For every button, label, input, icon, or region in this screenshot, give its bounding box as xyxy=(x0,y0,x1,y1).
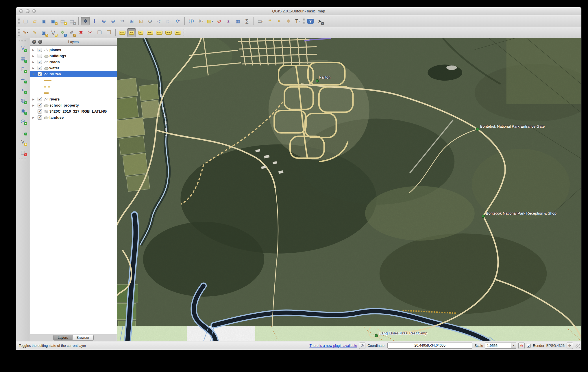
add-feature-icon[interactable]: ⋁✱ xyxy=(49,28,58,37)
cut-features-icon[interactable]: ✂ xyxy=(86,28,95,37)
layer-row-roads[interactable]: roads xyxy=(30,59,117,65)
layer-row-buildings[interactable]: buildings xyxy=(30,53,117,59)
save-project-icon[interactable]: ▣ xyxy=(40,17,48,25)
save-project-as-icon[interactable]: ▣✎ xyxy=(49,17,58,25)
move-label-icon[interactable]: abc xyxy=(155,28,164,37)
toolbar-grip[interactable] xyxy=(18,29,20,36)
zoom-in-icon[interactable]: ⊕ xyxy=(99,17,108,25)
pan-to-selection-icon[interactable]: ✛ xyxy=(90,17,99,25)
render-checkbox[interactable] xyxy=(527,344,531,348)
layer-row-water[interactable]: water xyxy=(30,65,117,71)
zoom-out-icon[interactable]: ⊖ xyxy=(109,17,117,25)
scale-combobox[interactable]: 1:9566 ▾ xyxy=(485,343,516,349)
run-feature-action-icon[interactable]: ❈▾ xyxy=(196,17,205,25)
add-wfs-layer-icon[interactable]: ◎+ xyxy=(19,117,27,125)
new-print-composer-icon[interactable]: ▤✱ xyxy=(58,17,67,25)
add-wms-layer-icon[interactable]: ◍+ xyxy=(19,96,27,105)
change-label-properties-icon[interactable]: abc xyxy=(173,28,182,37)
select-by-expression-icon[interactable]: ε xyxy=(224,17,233,25)
zoom-last-icon[interactable]: ◁ xyxy=(155,17,164,25)
tab-layers[interactable]: Layers xyxy=(53,335,72,340)
routes-symbol-dashed[interactable] xyxy=(30,83,117,90)
title-bar[interactable]: QGIS 2.0.1-Dufour - basic_map xyxy=(16,7,581,15)
chevron-down-icon[interactable]: ▾ xyxy=(511,343,516,348)
add-wcs-layer-icon[interactable]: ◉+ xyxy=(19,106,27,115)
zoom-actual-size-icon[interactable]: 1:1 xyxy=(118,17,127,25)
deselect-features-icon[interactable]: ⊘ xyxy=(215,17,223,25)
add-postgis-layer-icon[interactable]: P+ xyxy=(19,65,27,73)
map-tips-icon[interactable]: ❝ xyxy=(265,17,274,25)
add-raster-layer-icon[interactable]: ▦+ xyxy=(19,54,27,63)
layer-checkbox[interactable] xyxy=(38,97,42,101)
layer-checkbox[interactable] xyxy=(38,103,42,107)
add-delimited-text-layer-icon[interactable]: ,+ xyxy=(19,127,27,136)
move-feature-icon[interactable]: ❖➜ xyxy=(58,28,67,37)
toolbar-grip[interactable] xyxy=(19,40,27,42)
pan-map-icon[interactable]: ✥ xyxy=(81,17,90,25)
pin-unpin-labels-icon[interactable]: ab xyxy=(136,28,145,37)
expand-icon[interactable] xyxy=(32,116,36,119)
zoom-next-icon[interactable]: ▷ xyxy=(164,17,173,25)
text-annotation-icon[interactable]: T▾ xyxy=(293,17,302,25)
expand-icon[interactable] xyxy=(32,67,36,70)
toolbar-grip[interactable] xyxy=(183,29,185,36)
layer-checkbox[interactable] xyxy=(38,54,42,58)
save-layer-edits-icon[interactable]: ▣✎ xyxy=(40,28,48,37)
expand-icon[interactable] xyxy=(32,55,36,57)
toolbar-grip[interactable] xyxy=(19,158,27,160)
zoom-to-layer-icon[interactable]: ⊙ xyxy=(146,17,154,25)
help-contents-icon[interactable]: ? xyxy=(306,17,315,25)
add-mssql-layer-icon[interactable]: ◗+ xyxy=(19,85,27,94)
zoom-full-extent-icon[interactable]: ⊞ xyxy=(127,17,136,25)
toggle-editing-icon[interactable]: ✎ xyxy=(30,28,39,37)
layer-row-landuse[interactable]: landuse xyxy=(30,114,117,120)
layer-row-routes[interactable]: routes xyxy=(30,71,117,77)
layer-checkbox[interactable] xyxy=(38,72,42,76)
change-label-icon[interactable]: ab xyxy=(127,28,136,37)
add-spatialite-layer-icon[interactable]: ✒+ xyxy=(19,75,27,84)
layer-checkbox[interactable] xyxy=(38,66,42,70)
routes-symbol-thick-dash[interactable] xyxy=(30,90,117,96)
show-hide-labels-icon[interactable]: abc xyxy=(146,28,154,37)
stop-render-icon[interactable]: ⊘ xyxy=(518,343,525,349)
copy-features-icon[interactable]: ❏ xyxy=(95,28,104,37)
toolbar-grip[interactable] xyxy=(18,17,20,25)
whats-this-icon[interactable]: ➤? xyxy=(315,17,324,25)
new-project-icon[interactable]: ▢ xyxy=(21,17,30,25)
expand-icon[interactable] xyxy=(32,61,36,64)
layer-row-raster[interactable]: 3420C_2010_327_RGB_LATLNG xyxy=(30,108,117,114)
layer-checkbox[interactable] xyxy=(38,60,42,64)
delete-selected-icon[interactable]: ✖ xyxy=(77,28,85,37)
remove-layer-icon[interactable]: ▢− xyxy=(19,148,27,157)
toolbar-grip[interactable] xyxy=(303,17,305,25)
plugin-available-link[interactable]: There is a new plugin available xyxy=(309,344,357,348)
coordinate-input[interactable]: 20.44958,-34.04065 xyxy=(387,343,472,349)
crs-projector-icon[interactable]: ✛ xyxy=(567,343,573,349)
new-bookmark-icon[interactable]: ✦ xyxy=(275,17,283,25)
resize-grip[interactable] xyxy=(576,344,580,348)
measure-icon[interactable]: ▭▾ xyxy=(256,17,265,25)
zoom-to-selection-icon[interactable]: ⊡ xyxy=(136,17,145,25)
layer-checkbox[interactable] xyxy=(38,48,42,52)
expand-icon[interactable] xyxy=(32,98,36,101)
node-tool-icon[interactable]: ✐⚒ xyxy=(67,28,76,37)
layer-row-school-property[interactable]: school_property xyxy=(30,102,117,108)
show-bookmarks-icon[interactable]: ❖ xyxy=(284,17,293,25)
layer-checkbox[interactable] xyxy=(38,109,42,114)
field-calculator-icon[interactable]: ∑ xyxy=(243,17,251,25)
paste-features-icon[interactable]: ❐ xyxy=(104,28,113,37)
add-vector-layer-icon[interactable]: V+ xyxy=(19,44,27,53)
layer-row-places[interactable]: places xyxy=(30,47,117,53)
layer-labeling-options-icon[interactable]: abc xyxy=(118,28,127,37)
layer-row-rivers[interactable]: rivers xyxy=(30,96,117,102)
identify-features-icon[interactable]: ⓘ xyxy=(187,17,196,25)
select-features-icon[interactable]: ▨▾ xyxy=(206,17,214,25)
collapse-icon[interactable] xyxy=(32,73,36,76)
open-attribute-table-icon[interactable]: ▦ xyxy=(233,17,242,25)
open-project-icon[interactable]: ▱ xyxy=(30,17,39,25)
current-edits-icon[interactable]: ✎▾ xyxy=(21,28,30,37)
plugin-icon[interactable]: ✇ xyxy=(359,343,365,349)
rotate-label-icon[interactable]: abc xyxy=(164,28,173,37)
new-shapefile-layer-icon[interactable]: V✱ xyxy=(19,137,27,146)
expand-icon[interactable] xyxy=(32,49,36,51)
